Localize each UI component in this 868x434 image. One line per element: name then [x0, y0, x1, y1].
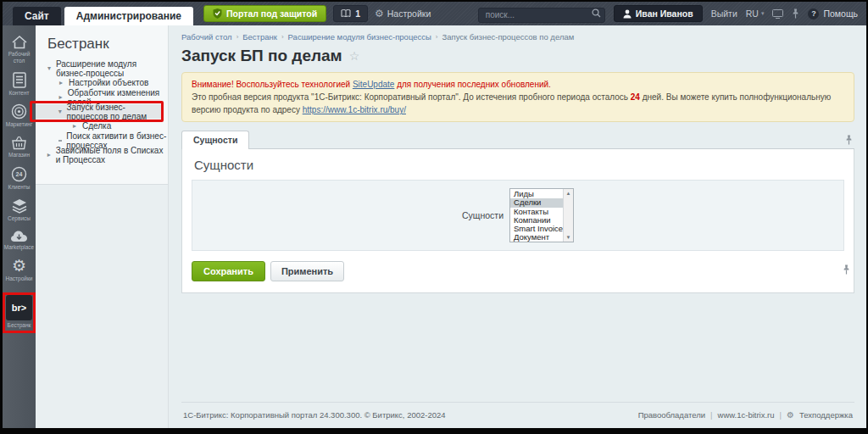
- bitrix-site-link[interactable]: www.1c-bitrix.ru: [718, 410, 775, 420]
- chevron-collapsed-icon: ▸: [58, 79, 64, 86]
- pin-icon[interactable]: [845, 135, 853, 145]
- book-icon: [341, 9, 351, 18]
- apply-button[interactable]: Применить: [270, 261, 344, 281]
- breadcrumb: Рабочий стол › Бестранк › Расширение мод…: [181, 32, 854, 42]
- user-name: Иван Иванов: [636, 8, 693, 19]
- select-scrollbar[interactable]: ▲ ▼: [563, 189, 573, 242]
- search-input[interactable]: [478, 8, 605, 23]
- search-icon: [592, 8, 601, 18]
- pin-icon[interactable]: [792, 8, 799, 19]
- notifications-button[interactable]: 1: [333, 5, 368, 22]
- menu-title: Бестранк: [36, 25, 168, 61]
- chevron-collapsed-icon: ▸: [71, 122, 78, 130]
- select-option[interactable]: Документ: [510, 233, 563, 242]
- notice-text: Это пробная версия продукта "1С-Битрикс:…: [192, 92, 631, 102]
- help-link[interactable]: ? Помощь: [808, 8, 858, 19]
- menu-item-label: Зависимые поля в Списках и Процессах: [56, 146, 168, 164]
- menu-panel-filler: [36, 184, 168, 428]
- sidebar-item-shop[interactable]: Магазин: [3, 133, 36, 161]
- menu-item-label: Настройки объектов: [69, 78, 148, 87]
- screen: Сайт Администрирование Портал под защито…: [0, 0, 868, 434]
- logout-link[interactable]: Выйти: [711, 8, 737, 19]
- body-row: Рабочий стол Контент Маркетинг Магазин: [3, 25, 866, 428]
- user-button[interactable]: Иван Иванов: [614, 5, 703, 22]
- select-options: Лиды Сделки Контакты Компании Smart Invo…: [510, 189, 563, 242]
- menu-item-dependent-fields[interactable]: ▸ Зависимые поля в Списках и Процессах: [36, 147, 168, 162]
- chevron-down-icon: ▾: [761, 10, 765, 17]
- gear-icon: ⚙: [787, 410, 794, 420]
- scroll-up-icon[interactable]: ▲: [566, 191, 571, 196]
- help-label: Помощь: [823, 8, 858, 19]
- breadcrumb-current: Запуск бизнес-процессов по делам: [442, 32, 575, 42]
- siteupdate-link[interactable]: SiteUpdate: [353, 80, 394, 89]
- notice-line-2: Это пробная версия продукта "1С-Битрикс:…: [192, 91, 844, 116]
- sidebar-item-label: Marketplace: [4, 244, 34, 251]
- br-logo-text: br>: [12, 303, 26, 313]
- desktop-view-icon[interactable]: [772, 9, 783, 19]
- topbar-settings-label: Настройки: [387, 8, 431, 19]
- home-icon: [11, 35, 28, 49]
- tech-support-link[interactable]: Техподдержка: [799, 410, 853, 420]
- copyright-holders-link[interactable]: Правообладатели: [638, 410, 705, 420]
- notice-text: Внимание! Воспользуйтесь технологией: [192, 80, 353, 89]
- sidebar-item-label: Бестранк: [8, 322, 31, 329]
- breadcrumb-link-bestrank[interactable]: Бестранк: [242, 32, 277, 42]
- menu-item-module-extension[interactable]: ▾ Расширение модуля бизнес-процессы: [36, 61, 168, 75]
- topbar-settings-link[interactable]: ⚙ Настройки: [375, 8, 431, 19]
- tab-administration[interactable]: Администрирование: [64, 7, 193, 25]
- tab-site[interactable]: Сайт: [13, 7, 61, 25]
- chevron-expanded-icon: ▾: [58, 108, 63, 115]
- buttons-row: Сохранить Применить: [182, 251, 854, 292]
- footer-version: 1С-Битрикс: Корпоративный портал 24.300.…: [183, 410, 446, 420]
- footer-separator: |: [780, 410, 782, 420]
- leaf-marker-icon: [58, 140, 62, 142]
- user-icon: [623, 9, 632, 19]
- pin-icon[interactable]: [843, 264, 850, 275]
- entities-multiselect[interactable]: Лиды Сделки Контакты Компании Smart Invo…: [509, 188, 574, 242]
- document-icon: [13, 72, 26, 88]
- buy-link[interactable]: https://www.1c-bitrix.ru/buy/: [303, 105, 406, 114]
- sidebar-item-settings[interactable]: ⚙ Настройки: [3, 255, 36, 285]
- menu-item-bp-launch-by-cases[interactable]: ▾ Запуск бизнес-процессов по делам: [36, 104, 163, 119]
- search-box[interactable]: [478, 6, 605, 21]
- left-icon-sidebar: Рабочий стол Контент Маркетинг Магазин: [3, 25, 36, 428]
- scroll-down-icon[interactable]: ▼: [566, 235, 571, 240]
- page-title: Запуск БП по делам: [181, 47, 342, 65]
- entities-field-row: Сущности Лиды Сделки Контакты Компании S…: [462, 188, 574, 242]
- language-label: RU: [746, 8, 759, 19]
- sidebar-item-marketplace[interactable]: Marketplace: [3, 227, 36, 253]
- br-logo: br>: [6, 295, 32, 320]
- portal-protected-label: Портал под защитой: [226, 8, 317, 19]
- layers-icon: [11, 198, 28, 214]
- breadcrumb-link-module-extension[interactable]: Расширение модуля бизнес-процессы: [288, 32, 431, 42]
- form-card: Сущности Сущности Лиды Сделки Контакты К…: [181, 149, 854, 293]
- sidebar-item-clients[interactable]: 24 Клиенты: [3, 164, 36, 193]
- footer-links: Правообладатели | www.1c-bitrix.ru | ⚙ Т…: [638, 410, 853, 420]
- page-head: Запуск БП по делам ☆: [181, 47, 854, 65]
- trial-days-left: 24: [631, 92, 640, 102]
- sidebar-item-desktop[interactable]: Рабочий стол: [3, 32, 36, 67]
- sidebar-item-bestrank[interactable]: br> Бестранк: [3, 292, 36, 331]
- portal-protected-button[interactable]: Портал под защитой: [203, 5, 326, 22]
- breadcrumb-separator: ›: [436, 33, 438, 41]
- breadcrumb-link-desktop[interactable]: Рабочий стол: [181, 32, 232, 42]
- sidebar-item-marketing[interactable]: Маркетинг: [3, 101, 36, 131]
- clock-24-icon: 24: [11, 166, 27, 182]
- chevron-collapsed-icon: ▸: [47, 151, 52, 159]
- language-selector[interactable]: RU ▾: [746, 8, 765, 19]
- question-icon: ?: [808, 8, 819, 19]
- sidebar-item-content[interactable]: Контент: [3, 70, 36, 99]
- basket-icon: [11, 136, 27, 150]
- gear-icon: ⚙: [375, 8, 384, 19]
- sidebar-item-services[interactable]: Сервисы: [3, 196, 36, 225]
- footer-separator: |: [710, 410, 712, 420]
- cloud-icon: [10, 230, 28, 242]
- tab-entities[interactable]: Сущности: [181, 131, 249, 149]
- favorite-star-icon[interactable]: ☆: [349, 49, 360, 63]
- footer: 1С-Битрикс: Корпоративный портал 24.300.…: [181, 402, 854, 428]
- save-button[interactable]: Сохранить: [192, 261, 265, 281]
- sidebar-item-label: Сервисы: [8, 215, 31, 222]
- sidebar-item-label: Контент: [8, 90, 29, 97]
- sidebar-item-label: Магазин: [8, 152, 30, 159]
- menu-item-label: Сделка: [82, 121, 111, 131]
